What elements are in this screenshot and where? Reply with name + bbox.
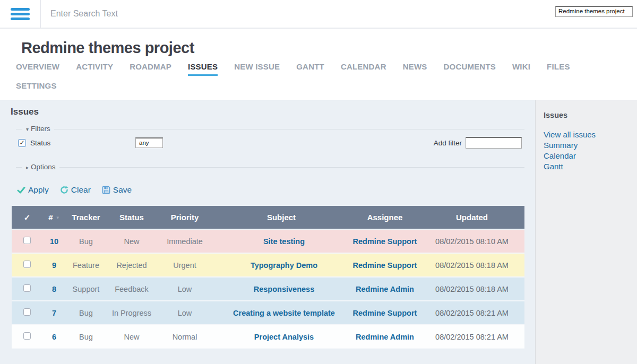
tracker-cell: Support: [66, 277, 106, 301]
tab-issues[interactable]: ISSUES: [188, 62, 218, 76]
status-filter-row: ✓ Status any Add filter: [18, 136, 524, 149]
add-filter-label: Add filter: [434, 139, 462, 147]
expand-arrow-icon: ▸: [26, 164, 29, 170]
issue-id-cell: 9: [42, 253, 66, 277]
apply-label: Apply: [28, 185, 49, 195]
subject-cell: Creating a website template: [212, 301, 350, 325]
clear-button[interactable]: Clear: [60, 185, 91, 195]
tab-overview[interactable]: OVERVIEW: [16, 62, 59, 76]
hamburger-menu-icon[interactable]: [0, 0, 41, 28]
issues-table: ✓#▼TrackerStatusPrioritySubjectAssigneeU…: [12, 206, 524, 349]
row-checkbox[interactable]: [23, 284, 31, 292]
tab-gantt[interactable]: GANTT: [296, 62, 324, 76]
filters-legend[interactable]: ▾Filters: [22, 125, 54, 133]
priority-cell: Normal: [157, 325, 212, 349]
tab-wiki[interactable]: WIKI: [512, 62, 530, 76]
row-checkbox[interactable]: [23, 237, 31, 244]
status-cell: In Progress: [106, 301, 157, 325]
issue-subject-link[interactable]: Project Analysis: [254, 333, 314, 341]
sidebar-link-summary[interactable]: Summary: [544, 140, 637, 151]
priority-cell: Urgent: [157, 253, 212, 277]
assignee-link[interactable]: Redmine Admin: [356, 333, 414, 341]
filter-actions: Apply Clear Save: [17, 185, 524, 195]
checkbox-cell: [12, 229, 42, 253]
column-header-tracker[interactable]: Tracker: [66, 206, 106, 229]
priority-cell: Low: [157, 301, 212, 325]
tab-new-issue[interactable]: NEW ISSUE: [234, 62, 280, 76]
sidebar-link-gantt[interactable]: Gantt: [544, 161, 637, 172]
tracker-cell: Bug: [66, 301, 106, 325]
tab-activity[interactable]: ACTIVITY: [76, 62, 113, 76]
filters-legend-label: Filters: [31, 125, 50, 133]
save-button[interactable]: Save: [102, 185, 132, 195]
checkbox-cell: [12, 277, 42, 301]
checkbox-cell: [12, 301, 42, 325]
subject-cell: Site testing: [212, 229, 350, 253]
column-header-check: ✓: [12, 206, 42, 229]
priority-cell: Low: [157, 277, 212, 301]
issue-id-link[interactable]: 8: [52, 285, 56, 293]
tab-settings[interactable]: SETTINGS: [16, 81, 57, 93]
assignee-link[interactable]: Redmine Support: [353, 309, 417, 317]
clear-label: Clear: [71, 185, 91, 195]
updated-cell: 08/02/2015 08:18 AM: [419, 277, 524, 301]
tab-news[interactable]: NEWS: [403, 62, 427, 76]
options-legend[interactable]: ▸Options: [22, 163, 59, 171]
tab-files[interactable]: FILES: [547, 62, 570, 76]
checkbox-cell: [12, 253, 42, 277]
search-input[interactable]: [50, 9, 273, 19]
row-checkbox[interactable]: [23, 308, 31, 316]
issue-id-link[interactable]: 6: [52, 333, 56, 341]
sidebar-link-view-all-issues[interactable]: View all issues: [544, 129, 637, 140]
issue-id-link[interactable]: 7: [52, 309, 56, 317]
topbar: Redmine themes project: [0, 0, 637, 29]
column-header-updated[interactable]: Updated: [419, 206, 524, 229]
issue-id-cell: 8: [42, 277, 66, 301]
column-header-subject[interactable]: Subject: [212, 206, 350, 229]
assignee-cell: Redmine Support: [350, 301, 419, 325]
subject-cell: Typography Demo: [212, 253, 350, 277]
issue-subject-link[interactable]: Site testing: [263, 237, 305, 246]
sidebar: Issues View all issuesSummaryCalendarGan…: [535, 100, 637, 364]
tab-roadmap[interactable]: ROADMAP: [130, 62, 171, 76]
save-label: Save: [113, 185, 132, 195]
column-header-priority[interactable]: Priority: [157, 206, 212, 229]
assignee-link[interactable]: Redmine Support: [353, 237, 417, 246]
issue-subject-link[interactable]: Typography Demo: [251, 261, 317, 270]
assignee-link[interactable]: Redmine Support: [353, 261, 417, 270]
issue-id-link[interactable]: 9: [52, 261, 56, 270]
add-filter-select[interactable]: [466, 137, 522, 149]
tab-documents[interactable]: DOCUMENTS: [444, 62, 496, 76]
issue-subject-link[interactable]: Creating a website template: [233, 309, 335, 317]
column-header-id[interactable]: #▼: [42, 206, 66, 229]
row-checkbox[interactable]: [23, 261, 31, 268]
issues-table-body: 10BugNewImmediateSite testingRedmine Sup…: [12, 229, 524, 349]
status-operator-select[interactable]: any: [135, 137, 163, 148]
issue-subject-link[interactable]: Responsiveness: [254, 285, 314, 293]
project-nav: OVERVIEWACTIVITYROADMAPISSUESNEW ISSUEGA…: [0, 62, 637, 100]
priority-cell: Immediate: [157, 229, 212, 253]
sort-desc-icon: ▼: [56, 215, 60, 220]
project-selector[interactable]: Redmine themes project: [555, 6, 633, 17]
status-cell: New: [106, 229, 157, 253]
row-checkbox[interactable]: [23, 332, 31, 340]
column-header-status[interactable]: Status: [106, 206, 157, 229]
subject-cell: Project Analysis: [212, 325, 350, 349]
main-area: Issues ▾Filters ✓ Status any Add filter …: [0, 100, 535, 364]
issue-id-link[interactable]: 10: [50, 237, 58, 246]
issue-id-cell: 10: [42, 229, 66, 253]
column-header-assignee[interactable]: Assignee: [350, 206, 419, 229]
assignee-link[interactable]: Redmine Admin: [356, 285, 414, 293]
issue-id-cell: 7: [42, 301, 66, 325]
status-filter-checkbox[interactable]: ✓: [18, 139, 26, 147]
tracker-cell: Bug: [66, 325, 106, 349]
apply-button[interactable]: Apply: [17, 185, 49, 195]
issue-row-9: 9FeatureRejectedUrgentTypography DemoRed…: [12, 253, 524, 277]
status-filter-label: Status: [30, 139, 50, 147]
checkbox-cell: [12, 325, 42, 349]
check-icon: [17, 186, 25, 194]
tab-calendar[interactable]: CALENDAR: [341, 62, 386, 76]
tracker-cell: Feature: [66, 253, 106, 277]
updated-cell: 08/02/2015 08:10 AM: [419, 229, 524, 253]
sidebar-link-calendar[interactable]: Calendar: [544, 151, 637, 161]
